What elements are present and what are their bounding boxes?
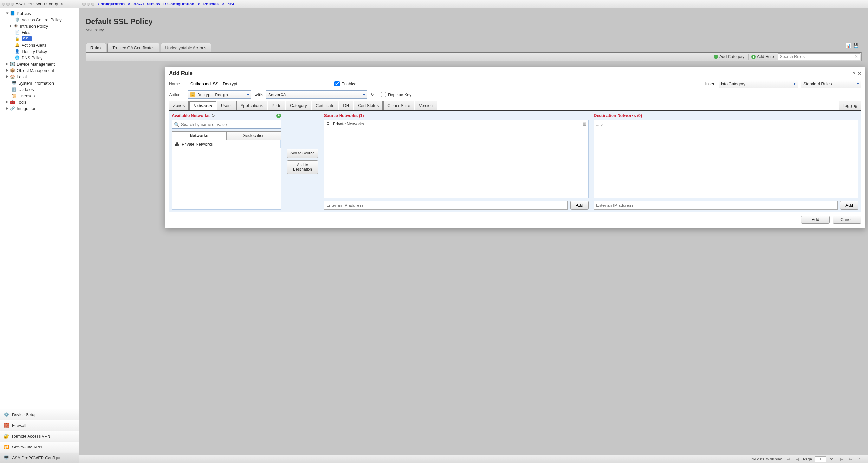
subtab-geolocation[interactable]: Geolocation [226, 131, 281, 140]
crumb-sep: > [197, 2, 200, 6]
search-rules-input[interactable]: Search Rules ✕ [778, 53, 860, 60]
disclosure-triangle-icon[interactable] [6, 63, 8, 65]
dtab-cipher[interactable]: Cipher Suite [383, 101, 414, 110]
nav-firewall[interactable]: 🧱Firewall [0, 420, 79, 431]
tree-item-object-mgmt[interactable]: 📦Object Management [0, 67, 79, 73]
disclosure-triangle-icon[interactable] [6, 75, 8, 78]
dtab-users[interactable]: Users [217, 101, 236, 110]
add-to-destination-button[interactable]: Add to Destination [287, 160, 318, 174]
dtab-version[interactable]: Version [415, 101, 437, 110]
nav-s2s-vpn[interactable]: 🔁Site-to-Site VPN [0, 441, 79, 452]
tree-item-integration[interactable]: 🔗Integration [0, 105, 79, 112]
tab-undecryptable[interactable]: Undecryptable Actions [161, 43, 211, 52]
disclosure-triangle-icon[interactable] [6, 13, 8, 14]
file-icon: 📄 [14, 30, 20, 35]
pager-prev-button[interactable]: ◀ [795, 457, 800, 461]
disclosure-triangle-icon[interactable] [6, 101, 8, 103]
add-network-icon[interactable]: + [276, 114, 281, 118]
refresh-icon[interactable]: ↻ [371, 92, 374, 97]
dtab-logging[interactable]: Logging [839, 101, 861, 110]
license-icon: 📜 [11, 93, 17, 98]
help-icon[interactable]: ? [853, 71, 855, 76]
network-icon: 🖧 [326, 121, 330, 126]
pager-refresh-button[interactable]: ↻ [857, 457, 863, 461]
dest-ip-input[interactable] [594, 201, 838, 210]
dtab-dn[interactable]: DN [339, 101, 353, 110]
dtab-networks[interactable]: Networks [189, 101, 216, 111]
tree-item-updates[interactable]: ⬇️Updates [0, 86, 79, 93]
pager-next-button[interactable]: ▶ [839, 457, 844, 461]
tree-item-ssl[interactable]: 🔒SSL [0, 35, 79, 42]
insert-category-select[interactable]: Standard Rules▾ [801, 80, 861, 88]
dtab-category[interactable]: Category [286, 101, 311, 110]
action-select[interactable]: 🔓Decrypt - Resign ▾ [188, 90, 251, 99]
tree-item-identity[interactable]: 👤Identity Policy [0, 48, 79, 55]
dtab-ports[interactable]: Ports [268, 101, 285, 110]
tree-root-policies[interactable]: 📘 Policies [0, 10, 79, 17]
system-icon: 🖥️ [11, 81, 17, 86]
list-item[interactable]: 🖧 Private Networks 🗑 [324, 120, 588, 127]
delete-icon[interactable]: 🗑 [582, 121, 587, 126]
clear-icon[interactable]: ✕ [855, 54, 858, 59]
tree-item-sysinfo[interactable]: 🖥️System Information [0, 80, 79, 86]
pager-last-button[interactable]: ⏭ [848, 457, 854, 461]
rule-name-input[interactable] [188, 80, 328, 88]
subtab-networks[interactable]: Networks [172, 131, 226, 140]
wall-icon: 🧱 [3, 423, 9, 429]
dialog-cancel-button[interactable]: Cancel [833, 216, 861, 223]
tree-item-device-mgmt[interactable]: 💽Device Management [0, 61, 79, 67]
dialog-add-button[interactable]: Add [801, 216, 830, 223]
source-ip-input[interactable] [324, 201, 568, 210]
folder-icon: 📘 [10, 11, 15, 16]
crumb-firepower[interactable]: ASA FirePOWER Configuration [133, 2, 194, 6]
tree-item-dns[interactable]: 🌐DNS Policy [0, 55, 79, 61]
dest-add-button[interactable]: Add [840, 201, 859, 210]
policy-icon: 🛡️ [14, 17, 20, 22]
disclosure-triangle-icon[interactable] [6, 69, 8, 72]
network-search[interactable]: 🔍 [172, 120, 281, 129]
add-to-source-button[interactable]: Add to Source [287, 149, 318, 158]
source-networks-list[interactable]: 🖧 Private Networks 🗑 [324, 120, 589, 198]
crumb-configuration[interactable]: Configuration [98, 2, 125, 6]
network-search-input[interactable] [181, 122, 279, 127]
tab-rules[interactable]: Rules [86, 43, 106, 52]
dtab-zones[interactable]: Zones [169, 101, 189, 110]
tree-item-intrusion[interactable]: 👁️Intrusion Policy [0, 23, 79, 29]
close-icon[interactable]: ✕ [858, 71, 861, 76]
pager-first-button[interactable]: ⏮ [785, 457, 791, 461]
list-item[interactable]: 🖧 Private Networks [172, 140, 281, 148]
nav-device-setup[interactable]: ⚙️Device Setup [0, 409, 79, 420]
tab-trusted-ca[interactable]: Trusted CA Certificates [107, 43, 159, 52]
disclosure-triangle-icon[interactable] [6, 107, 8, 110]
tree-item-tools[interactable]: 🧰Tools [0, 99, 79, 105]
report-icon[interactable]: 📊 [846, 43, 851, 48]
dtab-certificate[interactable]: Certificate [312, 101, 339, 110]
insert-mode-select[interactable]: into Category▾ [719, 80, 798, 88]
network-icon: 🖧 [175, 142, 179, 147]
plus-icon: + [751, 55, 756, 59]
action-label: Action [169, 92, 185, 97]
add-rule-button[interactable]: +Add Rule [748, 54, 776, 60]
nav-remote-vpn[interactable]: 🔐Remote Access VPN [0, 431, 79, 441]
disclosure-triangle-icon[interactable] [10, 25, 12, 27]
tree-item-files[interactable]: 📄Files [0, 29, 79, 35]
available-networks-list[interactable]: 🖧 Private Networks [172, 140, 281, 210]
no-data-label: No data to display [751, 457, 782, 461]
tree-item-acp[interactable]: 🛡️Access Control Policy [0, 17, 79, 23]
tree-item-licenses[interactable]: 📜Licenses [0, 93, 79, 99]
replace-key-checkbox[interactable] [381, 92, 386, 97]
add-category-button[interactable]: +Add Category [711, 54, 747, 60]
with-cert-select[interactable]: ServerCA▾ [266, 90, 367, 99]
dest-networks-list[interactable]: any [594, 120, 859, 198]
tree-item-local[interactable]: 🏠Local [0, 73, 79, 80]
crumb-policies[interactable]: Policies [203, 2, 219, 6]
reload-icon[interactable]: ↻ [212, 113, 215, 118]
source-add-button[interactable]: Add [570, 201, 589, 210]
tree-item-actions-alerts[interactable]: 🔔Actions Alerts [0, 42, 79, 48]
enabled-checkbox[interactable] [335, 81, 340, 86]
save-icon[interactable]: 💾 [854, 43, 859, 48]
nav-firepower[interactable]: 🖥️ASA FirePOWER Configur... [0, 452, 79, 463]
pager-page-input[interactable] [815, 456, 827, 462]
dtab-cert-status[interactable]: Cert Status [354, 101, 383, 110]
dtab-applications[interactable]: Applications [237, 101, 267, 110]
